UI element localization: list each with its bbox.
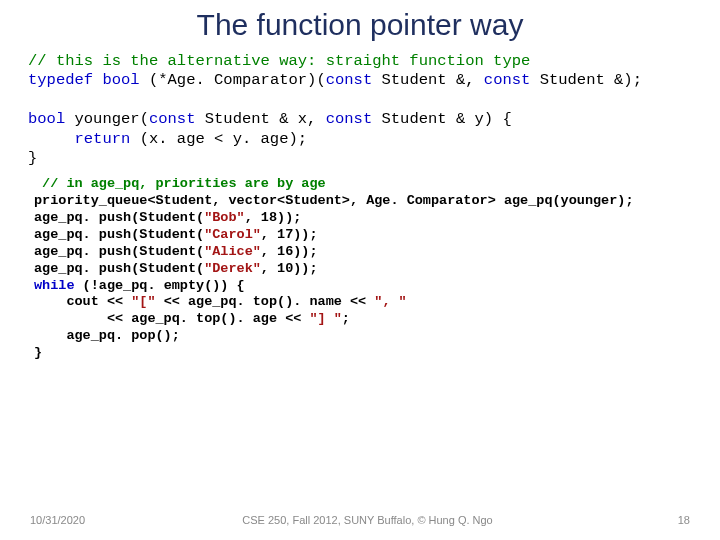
code-text: (*Age. Comparator)( — [140, 71, 326, 89]
footer-date: 10/31/2020 — [30, 514, 85, 526]
keyword: const — [326, 71, 373, 89]
keyword: bool — [102, 71, 139, 89]
code-text: priority_queue<Student, vector<Student>,… — [34, 193, 634, 208]
code-text: age_pq. push(Student( — [34, 244, 204, 259]
code-text: (!age_pq. empty()) { — [75, 278, 245, 293]
footer-course: CSE 250, Fall 2012, SUNY Buffalo, © Hung… — [85, 514, 650, 526]
string: "Derek" — [204, 261, 261, 276]
keyword: const — [326, 110, 373, 128]
string: "Alice" — [204, 244, 261, 259]
code-block-bottom: // in age_pq, priorities are by age prio… — [0, 168, 720, 362]
code-text: } — [34, 345, 42, 360]
string: "[" — [131, 294, 155, 309]
code-text: Student & y) { — [372, 110, 512, 128]
code-text: , 17)); — [261, 227, 318, 242]
keyword: bool — [28, 110, 65, 128]
code-text: << age_pq. top(). name << — [156, 294, 375, 309]
footer-page-number: 18 — [650, 514, 690, 526]
code-text: , 10)); — [261, 261, 318, 276]
string: ", " — [374, 294, 406, 309]
code-text: << age_pq. top(). age << — [34, 311, 309, 326]
footer: 10/31/2020 CSE 250, Fall 2012, SUNY Buff… — [0, 514, 720, 526]
code-text: age_pq. pop(); — [34, 328, 180, 343]
keyword: const — [149, 110, 196, 128]
string: "Carol" — [204, 227, 261, 242]
code-text: age_pq. push(Student( — [34, 261, 204, 276]
keyword: return — [75, 130, 131, 148]
comment: // this is the alternative way: straight… — [28, 52, 530, 70]
string: "Bob" — [204, 210, 245, 225]
code-text: } — [28, 149, 37, 167]
code-block-top: // this is the alternative way: straight… — [0, 52, 720, 168]
comment: // in age_pq, priorities are by age — [34, 176, 326, 191]
code-text — [28, 130, 75, 148]
string: "] " — [309, 311, 341, 326]
code-text: Student &); — [530, 71, 642, 89]
code-text: ; — [342, 311, 350, 326]
code-text: , 18)); — [245, 210, 302, 225]
keyword: while — [34, 278, 75, 293]
code-text: cout << — [34, 294, 131, 309]
code-text: age_pq. push(Student( — [34, 227, 204, 242]
code-text: , 16)); — [261, 244, 318, 259]
code-text: Student &, — [372, 71, 484, 89]
code-text: (x. age < y. age); — [130, 130, 307, 148]
code-text: younger( — [65, 110, 149, 128]
keyword: const — [484, 71, 531, 89]
keyword: typedef — [28, 71, 93, 89]
slide-title: The function pointer way — [0, 0, 720, 52]
code-text: age_pq. push(Student( — [34, 210, 204, 225]
code-text: Student & x, — [195, 110, 325, 128]
